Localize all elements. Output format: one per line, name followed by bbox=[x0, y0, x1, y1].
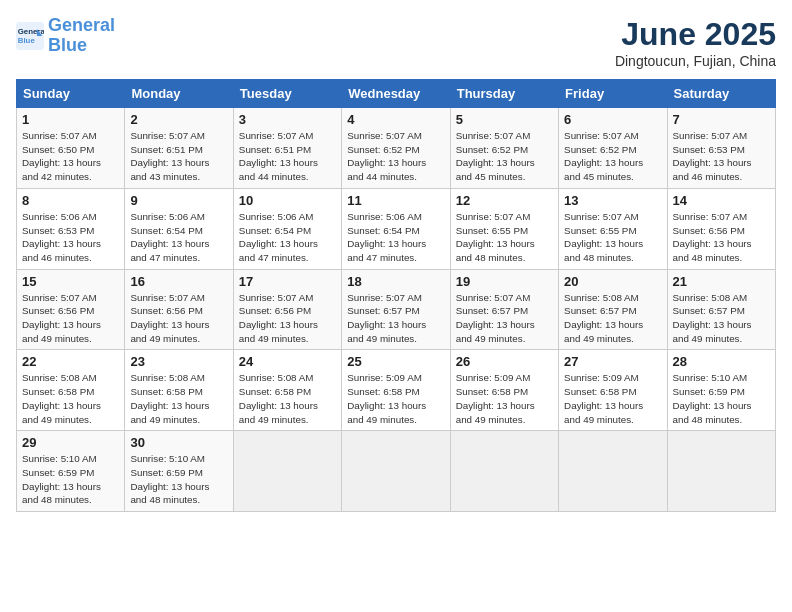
week-row-4: 29Sunrise: 5:10 AM Sunset: 6:59 PM Dayli… bbox=[17, 431, 776, 512]
calendar-cell: 13Sunrise: 5:07 AM Sunset: 6:55 PM Dayli… bbox=[559, 188, 667, 269]
week-row-0: 1Sunrise: 5:07 AM Sunset: 6:50 PM Daylig… bbox=[17, 108, 776, 189]
logo: General Blue General Blue bbox=[16, 16, 115, 56]
day-number: 26 bbox=[456, 354, 553, 369]
calendar-cell: 7Sunrise: 5:07 AM Sunset: 6:53 PM Daylig… bbox=[667, 108, 775, 189]
day-number: 14 bbox=[673, 193, 770, 208]
day-number: 12 bbox=[456, 193, 553, 208]
calendar-cell: 26Sunrise: 5:09 AM Sunset: 6:58 PM Dayli… bbox=[450, 350, 558, 431]
calendar-body: 1Sunrise: 5:07 AM Sunset: 6:50 PM Daylig… bbox=[17, 108, 776, 512]
day-number: 2 bbox=[130, 112, 227, 127]
calendar-cell: 2Sunrise: 5:07 AM Sunset: 6:51 PM Daylig… bbox=[125, 108, 233, 189]
calendar-cell: 15Sunrise: 5:07 AM Sunset: 6:56 PM Dayli… bbox=[17, 269, 125, 350]
week-row-1: 8Sunrise: 5:06 AM Sunset: 6:53 PM Daylig… bbox=[17, 188, 776, 269]
svg-text:Blue: Blue bbox=[18, 36, 36, 45]
calendar-cell: 21Sunrise: 5:08 AM Sunset: 6:57 PM Dayli… bbox=[667, 269, 775, 350]
day-detail: Sunrise: 5:06 AM Sunset: 6:54 PM Dayligh… bbox=[130, 210, 227, 265]
day-number: 6 bbox=[564, 112, 661, 127]
calendar-cell: 17Sunrise: 5:07 AM Sunset: 6:56 PM Dayli… bbox=[233, 269, 341, 350]
day-detail: Sunrise: 5:07 AM Sunset: 6:52 PM Dayligh… bbox=[347, 129, 444, 184]
calendar-cell: 23Sunrise: 5:08 AM Sunset: 6:58 PM Dayli… bbox=[125, 350, 233, 431]
day-detail: Sunrise: 5:07 AM Sunset: 6:50 PM Dayligh… bbox=[22, 129, 119, 184]
day-number: 8 bbox=[22, 193, 119, 208]
day-detail: Sunrise: 5:10 AM Sunset: 6:59 PM Dayligh… bbox=[130, 452, 227, 507]
column-header-thursday: Thursday bbox=[450, 80, 558, 108]
day-detail: Sunrise: 5:07 AM Sunset: 6:56 PM Dayligh… bbox=[673, 210, 770, 265]
calendar-subtitle: Dingtoucun, Fujian, China bbox=[615, 53, 776, 69]
calendar-cell bbox=[667, 431, 775, 512]
day-number: 1 bbox=[22, 112, 119, 127]
day-detail: Sunrise: 5:07 AM Sunset: 6:56 PM Dayligh… bbox=[239, 291, 336, 346]
day-number: 20 bbox=[564, 274, 661, 289]
day-number: 19 bbox=[456, 274, 553, 289]
calendar-cell: 28Sunrise: 5:10 AM Sunset: 6:59 PM Dayli… bbox=[667, 350, 775, 431]
day-detail: Sunrise: 5:09 AM Sunset: 6:58 PM Dayligh… bbox=[564, 371, 661, 426]
day-number: 21 bbox=[673, 274, 770, 289]
header: General Blue General Blue June 2025 Ding… bbox=[16, 16, 776, 69]
day-detail: Sunrise: 5:06 AM Sunset: 6:53 PM Dayligh… bbox=[22, 210, 119, 265]
day-number: 22 bbox=[22, 354, 119, 369]
calendar-cell: 3Sunrise: 5:07 AM Sunset: 6:51 PM Daylig… bbox=[233, 108, 341, 189]
calendar-cell: 5Sunrise: 5:07 AM Sunset: 6:52 PM Daylig… bbox=[450, 108, 558, 189]
calendar-cell: 14Sunrise: 5:07 AM Sunset: 6:56 PM Dayli… bbox=[667, 188, 775, 269]
logo-text: General Blue bbox=[48, 16, 115, 56]
day-number: 13 bbox=[564, 193, 661, 208]
calendar-cell: 12Sunrise: 5:07 AM Sunset: 6:55 PM Dayli… bbox=[450, 188, 558, 269]
calendar-title: June 2025 bbox=[615, 16, 776, 53]
calendar-table: SundayMondayTuesdayWednesdayThursdayFrid… bbox=[16, 79, 776, 512]
calendar-cell: 18Sunrise: 5:07 AM Sunset: 6:57 PM Dayli… bbox=[342, 269, 450, 350]
calendar-cell bbox=[342, 431, 450, 512]
day-detail: Sunrise: 5:07 AM Sunset: 6:57 PM Dayligh… bbox=[347, 291, 444, 346]
day-number: 11 bbox=[347, 193, 444, 208]
day-detail: Sunrise: 5:06 AM Sunset: 6:54 PM Dayligh… bbox=[239, 210, 336, 265]
day-detail: Sunrise: 5:07 AM Sunset: 6:56 PM Dayligh… bbox=[22, 291, 119, 346]
calendar-cell: 30Sunrise: 5:10 AM Sunset: 6:59 PM Dayli… bbox=[125, 431, 233, 512]
calendar-cell: 11Sunrise: 5:06 AM Sunset: 6:54 PM Dayli… bbox=[342, 188, 450, 269]
calendar-cell: 1Sunrise: 5:07 AM Sunset: 6:50 PM Daylig… bbox=[17, 108, 125, 189]
day-number: 18 bbox=[347, 274, 444, 289]
day-number: 15 bbox=[22, 274, 119, 289]
day-number: 29 bbox=[22, 435, 119, 450]
calendar-cell: 16Sunrise: 5:07 AM Sunset: 6:56 PM Dayli… bbox=[125, 269, 233, 350]
day-detail: Sunrise: 5:06 AM Sunset: 6:54 PM Dayligh… bbox=[347, 210, 444, 265]
calendar-cell: 22Sunrise: 5:08 AM Sunset: 6:58 PM Dayli… bbox=[17, 350, 125, 431]
day-detail: Sunrise: 5:07 AM Sunset: 6:56 PM Dayligh… bbox=[130, 291, 227, 346]
day-number: 28 bbox=[673, 354, 770, 369]
calendar-cell: 29Sunrise: 5:10 AM Sunset: 6:59 PM Dayli… bbox=[17, 431, 125, 512]
day-detail: Sunrise: 5:07 AM Sunset: 6:51 PM Dayligh… bbox=[239, 129, 336, 184]
title-area: June 2025 Dingtoucun, Fujian, China bbox=[615, 16, 776, 69]
day-detail: Sunrise: 5:07 AM Sunset: 6:51 PM Dayligh… bbox=[130, 129, 227, 184]
week-row-2: 15Sunrise: 5:07 AM Sunset: 6:56 PM Dayli… bbox=[17, 269, 776, 350]
day-number: 5 bbox=[456, 112, 553, 127]
calendar-cell: 6Sunrise: 5:07 AM Sunset: 6:52 PM Daylig… bbox=[559, 108, 667, 189]
day-number: 7 bbox=[673, 112, 770, 127]
calendar-cell bbox=[450, 431, 558, 512]
day-detail: Sunrise: 5:08 AM Sunset: 6:57 PM Dayligh… bbox=[673, 291, 770, 346]
day-detail: Sunrise: 5:07 AM Sunset: 6:53 PM Dayligh… bbox=[673, 129, 770, 184]
day-number: 10 bbox=[239, 193, 336, 208]
day-number: 4 bbox=[347, 112, 444, 127]
day-number: 23 bbox=[130, 354, 227, 369]
calendar-cell: 4Sunrise: 5:07 AM Sunset: 6:52 PM Daylig… bbox=[342, 108, 450, 189]
logo-icon: General Blue bbox=[16, 22, 44, 50]
calendar-cell bbox=[559, 431, 667, 512]
day-number: 25 bbox=[347, 354, 444, 369]
column-header-saturday: Saturday bbox=[667, 80, 775, 108]
calendar-cell bbox=[233, 431, 341, 512]
day-number: 9 bbox=[130, 193, 227, 208]
calendar-cell: 24Sunrise: 5:08 AM Sunset: 6:58 PM Dayli… bbox=[233, 350, 341, 431]
day-detail: Sunrise: 5:07 AM Sunset: 6:55 PM Dayligh… bbox=[456, 210, 553, 265]
calendar-cell: 27Sunrise: 5:09 AM Sunset: 6:58 PM Dayli… bbox=[559, 350, 667, 431]
column-header-friday: Friday bbox=[559, 80, 667, 108]
day-number: 3 bbox=[239, 112, 336, 127]
day-detail: Sunrise: 5:10 AM Sunset: 6:59 PM Dayligh… bbox=[673, 371, 770, 426]
day-number: 30 bbox=[130, 435, 227, 450]
week-row-3: 22Sunrise: 5:08 AM Sunset: 6:58 PM Dayli… bbox=[17, 350, 776, 431]
calendar-cell: 8Sunrise: 5:06 AM Sunset: 6:53 PM Daylig… bbox=[17, 188, 125, 269]
day-detail: Sunrise: 5:07 AM Sunset: 6:55 PM Dayligh… bbox=[564, 210, 661, 265]
logo-line2: Blue bbox=[48, 35, 87, 55]
day-detail: Sunrise: 5:10 AM Sunset: 6:59 PM Dayligh… bbox=[22, 452, 119, 507]
day-detail: Sunrise: 5:08 AM Sunset: 6:58 PM Dayligh… bbox=[239, 371, 336, 426]
day-detail: Sunrise: 5:08 AM Sunset: 6:57 PM Dayligh… bbox=[564, 291, 661, 346]
calendar-cell: 9Sunrise: 5:06 AM Sunset: 6:54 PM Daylig… bbox=[125, 188, 233, 269]
calendar-cell: 10Sunrise: 5:06 AM Sunset: 6:54 PM Dayli… bbox=[233, 188, 341, 269]
